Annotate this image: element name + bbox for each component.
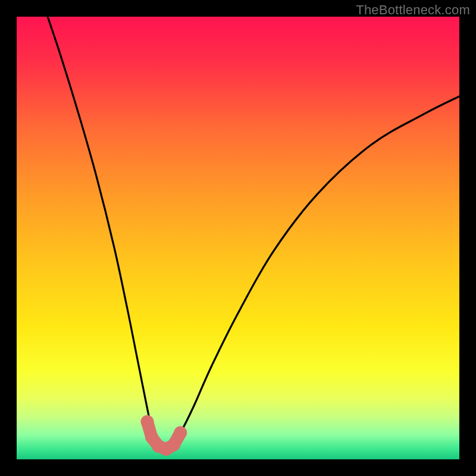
bottleneck-curve <box>17 17 459 459</box>
trough-marker-dot <box>174 426 187 439</box>
trough-markers <box>140 415 187 456</box>
curve-line <box>48 17 459 450</box>
trough-marker-dot <box>140 415 154 428</box>
watermark-text: TheBottleneck.com <box>356 2 470 18</box>
chart-frame: TheBottleneck.com <box>0 0 476 476</box>
trough-marker-dot <box>167 438 180 451</box>
plot-area <box>17 17 459 459</box>
